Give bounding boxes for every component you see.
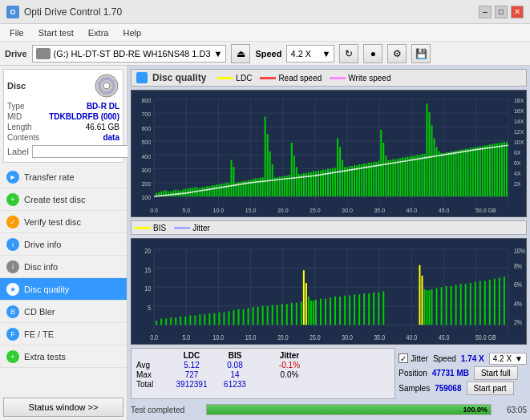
svg-rect-269 (423, 289, 425, 325)
menu-start-test[interactable]: Start test (32, 26, 80, 39)
progress-bar-fill (207, 405, 491, 414)
svg-rect-31 (172, 191, 174, 197)
svg-rect-107 (356, 165, 358, 196)
svg-rect-279 (465, 284, 467, 325)
app-icon: O (6, 6, 19, 18)
disc-label-input[interactable] (32, 145, 139, 158)
svg-rect-162 (489, 144, 491, 196)
write-speed-label: Write speed (348, 74, 390, 83)
svg-rect-286 (499, 278, 500, 325)
svg-rect-113 (370, 163, 372, 196)
svg-rect-260 (354, 294, 355, 325)
ldc-chart: 800 700 600 500 400 300 200 100 18X 16X … (131, 90, 527, 217)
svg-rect-164 (494, 143, 496, 196)
cd-bler-icon: B (6, 305, 19, 318)
jitter-checkbox[interactable]: ✓ (399, 353, 408, 363)
minimize-button[interactable]: – (479, 6, 492, 18)
col-empty (136, 351, 168, 360)
svg-rect-144 (446, 152, 447, 196)
close-button[interactable]: ✕ (511, 6, 524, 18)
svg-rect-68 (262, 177, 264, 196)
disc-contents-row: Contents data (7, 133, 119, 142)
disc-mid-label: MID (7, 112, 22, 121)
menu-file[interactable]: File (3, 26, 30, 39)
disc-image-icon (94, 73, 119, 99)
sidebar-item-cd-bler[interactable]: B CD Bler (0, 301, 127, 323)
sidebar-item-disc-info[interactable]: i Disc info (0, 256, 127, 278)
svg-text:14X: 14X (514, 118, 524, 125)
sidebar-item-drive-info[interactable]: i Drive info (0, 233, 127, 256)
title-bar-left: O Opti Drive Control 1.70 (6, 6, 122, 18)
menu-extra[interactable]: Extra (82, 26, 115, 39)
svg-rect-70 (267, 134, 269, 196)
svg-rect-168 (504, 142, 505, 196)
svg-rect-29 (168, 192, 169, 197)
svg-rect-281 (475, 282, 476, 325)
content-area: Disc quality LDC Read speed Write speed (127, 66, 530, 420)
svg-rect-114 (373, 162, 374, 196)
svg-rect-52 (223, 184, 225, 196)
svg-rect-130 (411, 155, 413, 196)
chart-header-icon (136, 72, 148, 83)
sidebar-item-disc-quality[interactable]: ★ Disc quality (0, 278, 127, 301)
svg-rect-47 (211, 185, 212, 196)
svg-text:6%: 6% (514, 281, 522, 289)
svg-rect-159 (482, 146, 483, 196)
svg-rect-156 (475, 147, 476, 196)
maximize-button[interactable]: □ (495, 6, 508, 18)
chart-title: Disc quality (152, 72, 206, 83)
burn-button[interactable]: ● (363, 44, 382, 63)
svg-text:0.0: 0.0 (150, 333, 158, 341)
jitter-label: Jitter (192, 224, 210, 232)
svg-rect-147 (453, 151, 455, 196)
disc-panel-header: Disc (7, 73, 119, 99)
status-window-button[interactable]: Status window >> (3, 398, 123, 417)
settings-button[interactable]: ⚙ (387, 44, 407, 63)
svg-rect-280 (470, 283, 471, 325)
start-full-button[interactable]: Start full (474, 366, 518, 380)
speed-stat-dropdown[interactable]: 4.2 X ▼ (489, 353, 527, 365)
svg-rect-234 (243, 309, 245, 325)
sidebar-item-create-test-disc[interactable]: + Create test disc (0, 188, 127, 211)
svg-rect-89 (313, 172, 314, 196)
svg-rect-238 (262, 306, 264, 325)
disc-contents-value: data (103, 133, 119, 142)
svg-text:800: 800 (141, 97, 151, 104)
sidebar-item-extra-tests[interactable]: + Extra tests (0, 345, 127, 368)
refresh-button[interactable]: ↻ (339, 44, 358, 63)
max-jitter: 0.0% (269, 370, 310, 379)
drive-select[interactable]: (G:) HL-DT-ST BD-RE WH16NS48 1.D3 ▼ (32, 45, 227, 63)
svg-text:500: 500 (141, 139, 151, 146)
speed-value: 4.2 X (290, 49, 311, 59)
svg-rect-146 (451, 151, 452, 196)
sidebar-item-verify-test-disc[interactable]: ✓ Verify test disc (0, 211, 127, 233)
start-part-button[interactable]: Start part (467, 382, 514, 395)
ldc-label: LDC (236, 74, 252, 83)
svg-rect-254 (325, 299, 326, 325)
eject-button[interactable]: ⏏ (231, 44, 250, 63)
svg-rect-247 (303, 270, 305, 325)
save-button[interactable]: 💾 (411, 44, 431, 63)
svg-rect-43 (201, 187, 203, 196)
sidebar-item-fe-te[interactable]: F FE / TE (0, 323, 127, 345)
svg-rect-111 (366, 164, 367, 196)
max-ldc: 727 (172, 370, 212, 379)
disc-length-value: 46.61 GB (86, 123, 119, 131)
chart-header: Disc quality LDC Read speed Write speed (131, 69, 527, 87)
svg-rect-265 (378, 293, 379, 325)
svg-text:30.0: 30.0 (342, 333, 353, 341)
svg-rect-45 (206, 186, 208, 196)
svg-text:40.0: 40.0 (407, 333, 418, 341)
svg-rect-285 (494, 279, 496, 325)
sidebar-item-transfer-rate[interactable]: ► Transfer rate (0, 166, 127, 188)
svg-text:50.0 GB: 50.0 GB (475, 206, 496, 213)
stats-table: LDC BIS Jitter Avg 5.12 0.08 -0.1% Max 7… (131, 348, 395, 399)
svg-text:50.0 GB: 50.0 GB (475, 333, 496, 341)
avg-ldc: 5.12 (172, 361, 212, 370)
svg-text:700: 700 (141, 111, 151, 118)
svg-text:600: 600 (141, 125, 151, 132)
menu-help[interactable]: Help (116, 26, 148, 39)
speed-select[interactable]: 4.2 X ▼ (286, 45, 334, 63)
legend-read-speed: Read speed (260, 74, 322, 83)
stats-area: LDC BIS Jitter Avg 5.12 0.08 -0.1% Max 7… (131, 348, 527, 399)
